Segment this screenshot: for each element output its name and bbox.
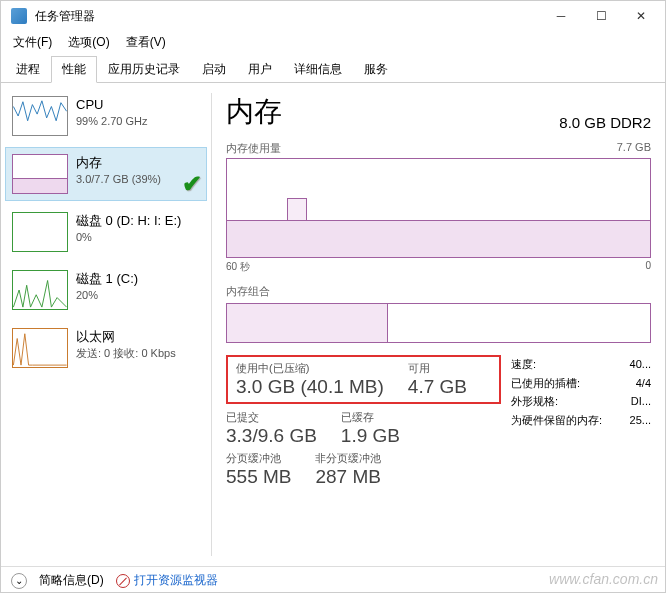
- tab-users[interactable]: 用户: [237, 56, 283, 83]
- tab-app-history[interactable]: 应用历史记录: [97, 56, 191, 83]
- tab-processes[interactable]: 进程: [5, 56, 51, 83]
- slots-label: 已使用的插槽:: [511, 374, 580, 393]
- watermark: www.cfan.com.cn: [549, 571, 658, 587]
- sidebar-item-memory[interactable]: 内存 3.0/7.7 GB (39%) ✔: [5, 147, 207, 201]
- ethernet-sub: 发送: 0 接收: 0 Kbps: [76, 346, 176, 361]
- app-icon: [11, 8, 27, 24]
- fewer-details-link[interactable]: 简略信息(D): [39, 572, 104, 589]
- form-value: DI...: [631, 392, 651, 411]
- sidebar-item-disk1[interactable]: 磁盘 1 (C:) 20%: [5, 263, 207, 317]
- in-use-value: 3.0 GB (40.1 MB): [236, 376, 384, 398]
- menu-file[interactable]: 文件(F): [7, 32, 58, 53]
- highlight-box: 使用中(已压缩) 3.0 GB (40.1 MB) 可用 4.7 GB: [226, 355, 501, 404]
- committed-value: 3.3/9.6 GB: [226, 425, 317, 447]
- cpu-sub: 99% 2.70 GHz: [76, 114, 148, 129]
- speed-label: 速度:: [511, 355, 536, 374]
- sidebar: CPU 99% 2.70 GHz 内存 3.0/7.7 GB (39%) ✔ 磁…: [1, 83, 211, 566]
- committed-label: 已提交: [226, 410, 317, 425]
- disk1-sub: 20%: [76, 288, 138, 303]
- ethernet-thumbnail: [12, 328, 68, 368]
- cpu-label: CPU: [76, 96, 148, 114]
- minimize-button[interactable]: ─: [541, 2, 581, 30]
- usage-label: 内存使用量: [226, 141, 281, 156]
- nonpaged-value: 287 MB: [315, 466, 381, 488]
- available-label: 可用: [408, 361, 467, 376]
- chevron-down-icon[interactable]: ⌄: [11, 573, 27, 589]
- checkmark-icon: ✔: [182, 170, 202, 198]
- memory-label: 内存: [76, 154, 161, 172]
- close-button[interactable]: ✕: [621, 2, 661, 30]
- slots-value: 4/4: [636, 374, 651, 393]
- form-label: 外形规格:: [511, 392, 558, 411]
- window-title: 任务管理器: [35, 8, 541, 25]
- cached-label: 已缓存: [341, 410, 400, 425]
- reserved-value: 25...: [630, 411, 651, 430]
- tab-services[interactable]: 服务: [353, 56, 399, 83]
- paged-label: 分页缓冲池: [226, 451, 291, 466]
- disk1-label: 磁盘 1 (C:): [76, 270, 138, 288]
- tab-bar: 进程 性能 应用历史记录 启动 用户 详细信息 服务: [1, 55, 665, 83]
- memory-usage-graph[interactable]: [226, 158, 651, 258]
- memory-total: 8.0 GB DDR2: [559, 114, 651, 131]
- memory-sub: 3.0/7.7 GB (39%): [76, 172, 161, 187]
- sidebar-item-disk0[interactable]: 磁盘 0 (D: H: I: E:) 0%: [5, 205, 207, 259]
- memory-thumbnail: [12, 154, 68, 194]
- axis-right: 0: [645, 260, 651, 274]
- disk0-thumbnail: [12, 212, 68, 252]
- sidebar-item-ethernet[interactable]: 以太网 发送: 0 接收: 0 Kbps: [5, 321, 207, 375]
- memory-composition-graph[interactable]: [226, 303, 651, 343]
- usage-max: 7.7 GB: [617, 141, 651, 156]
- ethernet-label: 以太网: [76, 328, 176, 346]
- composition-label: 内存组合: [226, 284, 270, 299]
- disk0-sub: 0%: [76, 230, 181, 245]
- in-use-label: 使用中(已压缩): [236, 361, 384, 376]
- paged-value: 555 MB: [226, 466, 291, 488]
- resource-monitor-link[interactable]: 打开资源监视器: [116, 572, 218, 589]
- reserved-label: 为硬件保留的内存:: [511, 411, 602, 430]
- menu-bar: 文件(F) 选项(O) 查看(V): [1, 31, 665, 53]
- disk0-label: 磁盘 0 (D: H: I: E:): [76, 212, 181, 230]
- menu-view[interactable]: 查看(V): [120, 32, 172, 53]
- axis-left: 60 秒: [226, 260, 250, 274]
- menu-options[interactable]: 选项(O): [62, 32, 115, 53]
- page-title: 内存: [226, 93, 282, 131]
- forbid-icon: [116, 574, 130, 588]
- nonpaged-label: 非分页缓冲池: [315, 451, 381, 466]
- cpu-thumbnail: [12, 96, 68, 136]
- title-bar: 任务管理器 ─ ☐ ✕: [1, 1, 665, 31]
- sidebar-item-cpu[interactable]: CPU 99% 2.70 GHz: [5, 89, 207, 143]
- disk1-thumbnail: [12, 270, 68, 310]
- tab-details[interactable]: 详细信息: [283, 56, 353, 83]
- resource-monitor-label: 打开资源监视器: [134, 572, 218, 589]
- cached-value: 1.9 GB: [341, 425, 400, 447]
- speed-value: 40...: [630, 355, 651, 374]
- main-panel: 内存 8.0 GB DDR2 内存使用量 7.7 GB 60 秒 0 内存组合 …: [212, 83, 665, 566]
- maximize-button[interactable]: ☐: [581, 2, 621, 30]
- tab-performance[interactable]: 性能: [51, 56, 97, 83]
- available-value: 4.7 GB: [408, 376, 467, 398]
- tab-startup[interactable]: 启动: [191, 56, 237, 83]
